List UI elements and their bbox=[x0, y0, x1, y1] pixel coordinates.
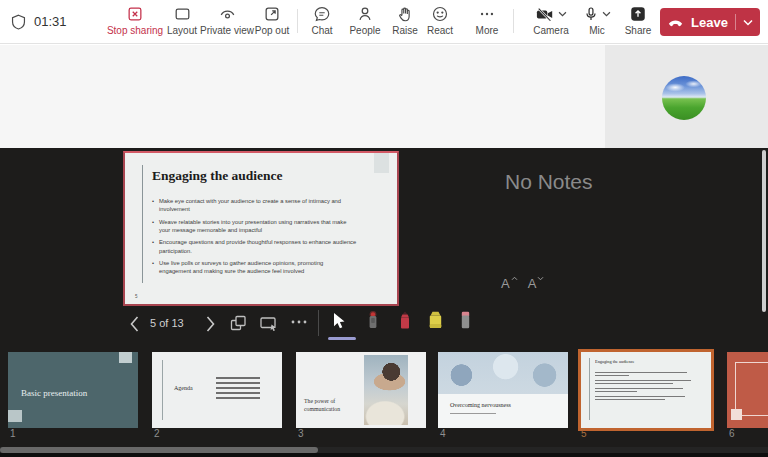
presenter-stage: Engaging the audience Make eye contact w… bbox=[0, 148, 768, 457]
camera-off-icon bbox=[535, 5, 555, 23]
layout-icon bbox=[173, 4, 192, 24]
camera-options-chevron[interactable] bbox=[558, 11, 567, 17]
slide-title: Engaging the audience bbox=[152, 168, 283, 184]
pop-out-label: Pop out bbox=[255, 25, 289, 36]
notes-font-controls: A A bbox=[501, 276, 544, 291]
chat-label: Chat bbox=[311, 25, 332, 36]
bottom-edge bbox=[0, 453, 768, 457]
thumb-frame bbox=[735, 362, 768, 416]
thumbnail-5-text-lines bbox=[595, 372, 691, 404]
mic-options-chevron[interactable] bbox=[602, 11, 611, 17]
thumbnail-3-number: 3 bbox=[298, 428, 304, 439]
caret-up-icon bbox=[511, 276, 518, 281]
slide-bullet: Weave relatable stories into your presen… bbox=[152, 218, 357, 234]
nav-more-button[interactable] bbox=[290, 319, 308, 325]
slide-thumbnail-3[interactable]: The power of communication bbox=[296, 352, 426, 428]
pen-tool-button[interactable] bbox=[398, 311, 412, 329]
pop-out-button[interactable]: Pop out bbox=[247, 4, 297, 36]
slide-thumbnail-1[interactable]: Basic presentation bbox=[8, 352, 138, 428]
mic-label: Mic bbox=[589, 25, 605, 36]
thumb-accent bbox=[731, 409, 742, 420]
share-tray-icon bbox=[629, 4, 647, 24]
stop-sharing-icon bbox=[126, 4, 144, 24]
slide-bullet: Use live polls or surveys to gather audi… bbox=[152, 259, 357, 275]
hangup-icon bbox=[667, 17, 684, 27]
slide-bullet: Make eye contact with your audience to c… bbox=[152, 197, 357, 213]
nav-divider bbox=[318, 310, 319, 336]
share-button[interactable]: Share bbox=[616, 4, 660, 36]
stop-sharing-label: Stop sharing bbox=[107, 25, 163, 36]
font-increase-button[interactable]: A bbox=[501, 276, 518, 291]
participant-video-tile[interactable] bbox=[605, 45, 768, 148]
thumbnail-6-number: 6 bbox=[729, 428, 735, 439]
slide-thumbnail-2[interactable]: Agenda bbox=[152, 352, 282, 428]
presenter-display-button[interactable] bbox=[259, 315, 279, 333]
thumb-accent bbox=[8, 410, 22, 422]
thumbnail-2-title: Agenda bbox=[174, 385, 193, 391]
raise-hand-label: Raise bbox=[392, 25, 418, 36]
laser-pointer-tool-button[interactable] bbox=[366, 311, 380, 330]
thumbnail-5-title: Engaging the audience bbox=[595, 359, 731, 364]
slide-thumbnail-4[interactable]: Overcoming nervousness bbox=[438, 352, 568, 428]
pop-out-icon bbox=[263, 4, 281, 24]
thumbnail-1-number: 1 bbox=[10, 428, 16, 439]
slide-position-indicator: 5 of 13 bbox=[150, 317, 184, 329]
slide-thumbnail-6[interactable] bbox=[727, 352, 768, 428]
stop-sharing-button[interactable]: Stop sharing bbox=[104, 4, 166, 36]
font-decrease-button[interactable]: A bbox=[528, 276, 545, 291]
notes-scrollbar[interactable] bbox=[762, 150, 766, 312]
mic-button[interactable]: Mic bbox=[572, 4, 622, 36]
meeting-toolbar: 01:31 Stop sharing Layout Private view P… bbox=[0, 0, 768, 44]
chat-button[interactable]: Chat bbox=[299, 4, 345, 36]
raise-hand-icon bbox=[396, 4, 414, 24]
grid-view-button[interactable] bbox=[229, 314, 248, 333]
thumbnail-4-title: Overcoming nervousness bbox=[450, 402, 511, 408]
next-slide-button[interactable] bbox=[205, 315, 216, 333]
thumb-accent-line bbox=[162, 360, 163, 420]
thumbnail-4-number: 4 bbox=[440, 428, 446, 439]
notes-placeholder: No Notes bbox=[505, 170, 593, 194]
thumbnail-3-title: The power of communication bbox=[304, 398, 358, 413]
slide-page-number: 5 bbox=[135, 294, 138, 299]
leave-divider bbox=[735, 14, 736, 30]
meeting-timer: 01:31 bbox=[34, 14, 67, 29]
leave-label: Leave bbox=[691, 15, 728, 30]
active-tool-indicator bbox=[328, 337, 356, 340]
thumbnail-2-text-lines bbox=[216, 377, 260, 402]
more-icon bbox=[478, 4, 496, 24]
participant-avatar bbox=[662, 76, 706, 120]
react-button[interactable]: React bbox=[417, 4, 463, 36]
private-view-icon bbox=[218, 4, 237, 24]
thumbnail-4-photo bbox=[438, 352, 568, 394]
select-tool-button[interactable] bbox=[331, 312, 347, 330]
camera-label: Camera bbox=[533, 25, 569, 36]
thumb-accent-line bbox=[589, 358, 590, 420]
slide-bullet-list: Make eye contact with your audience to c… bbox=[152, 197, 357, 280]
caret-down-icon bbox=[537, 276, 544, 281]
slide-thumbnail-5-selected[interactable]: Engaging the audience bbox=[578, 349, 714, 431]
font-increase-letter: A bbox=[501, 276, 510, 291]
chat-icon bbox=[313, 4, 331, 24]
react-label: React bbox=[427, 25, 453, 36]
leave-button[interactable]: Leave bbox=[660, 8, 760, 36]
thumbnail-5-number: 5 bbox=[581, 428, 587, 439]
highlighter-tool-button[interactable] bbox=[427, 311, 444, 329]
thumbnail-4-subtitle-line bbox=[450, 413, 496, 414]
leave-options-chevron[interactable] bbox=[743, 19, 753, 26]
slide-corner-accent bbox=[374, 153, 389, 173]
toolbar-divider bbox=[297, 9, 298, 33]
share-label: Share bbox=[625, 25, 652, 36]
thumbnail-2-number: 2 bbox=[154, 428, 160, 439]
people-label: People bbox=[349, 25, 380, 36]
teams-presenter-window: 01:31 Stop sharing Layout Private view P… bbox=[0, 0, 768, 457]
eraser-tool-button[interactable] bbox=[459, 311, 472, 329]
shield-icon bbox=[10, 13, 27, 31]
current-slide-canvas[interactable]: Engaging the audience Make eye contact w… bbox=[123, 151, 399, 306]
previous-slide-button[interactable] bbox=[129, 315, 140, 333]
content-strip bbox=[0, 45, 768, 148]
font-decrease-letter: A bbox=[528, 276, 537, 291]
thumbnail-3-photo bbox=[364, 355, 408, 425]
more-button[interactable]: More bbox=[464, 4, 510, 36]
private-view-label: Private view bbox=[200, 25, 254, 36]
slide-bullet: Encourage questions and provide thoughtf… bbox=[152, 238, 357, 254]
